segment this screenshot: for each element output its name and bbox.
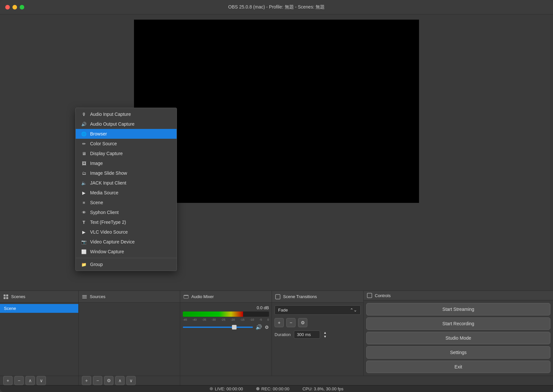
scene-transitions-panel: Scene Transitions Fade ⌃⌄ + − ⚙ Duration bbox=[272, 291, 364, 376]
remove-source-button[interactable]: − bbox=[93, 376, 102, 385]
audio-mixer-header: Audio Mixer bbox=[180, 291, 272, 303]
remove-transition-button[interactable]: − bbox=[286, 318, 296, 327]
audio-output-icon: 🔊 bbox=[81, 121, 87, 127]
menu-label-group: Group bbox=[90, 262, 103, 267]
move-source-up-button[interactable]: ∧ bbox=[115, 376, 124, 385]
scenes-panel-icon bbox=[3, 294, 9, 299]
menu-item-audio-output[interactable]: 🔊 Audio Output Capture bbox=[76, 119, 177, 129]
scenes-toolbar: + − ∧ ∨ bbox=[0, 376, 79, 385]
menu-label-display-capture: Display Capture bbox=[90, 151, 123, 156]
controls-buttons: Start Streaming Start Recording Studio M… bbox=[364, 300, 553, 376]
svg-rect-10 bbox=[367, 293, 372, 298]
menu-item-vlc-video[interactable]: ▶ VLC Video Source bbox=[76, 227, 177, 237]
scenes-title: Scenes bbox=[11, 294, 25, 299]
transitions-icon bbox=[275, 294, 280, 299]
fade-label: Fade bbox=[278, 308, 288, 312]
audio-controls-row: 🔊 ⚙ bbox=[183, 324, 269, 330]
menu-item-media-source[interactable]: ▶ Media Source bbox=[76, 188, 177, 198]
menu-label-image-slide-show: Image Slide Show bbox=[90, 170, 127, 176]
svg-rect-1 bbox=[6, 294, 8, 296]
move-scene-up-button[interactable]: ∧ bbox=[26, 376, 35, 385]
close-button[interactable] bbox=[5, 5, 10, 9]
chevron-up-down-icon: ⌃⌄ bbox=[350, 308, 357, 312]
menu-item-browser[interactable]: 🌐 Browser bbox=[76, 129, 177, 139]
svg-rect-3 bbox=[6, 297, 8, 299]
menu-item-display-capture[interactable]: 🖥 Display Capture bbox=[76, 149, 177, 158]
mute-icon[interactable]: 🔊 bbox=[256, 324, 262, 330]
maximize-button[interactable] bbox=[20, 5, 24, 9]
transitions-buttons: + − ⚙ bbox=[275, 318, 361, 327]
duration-up-icon[interactable]: ▲ bbox=[323, 331, 327, 334]
duration-label: Duration bbox=[275, 332, 291, 337]
media-source-icon: ▶ bbox=[81, 190, 87, 196]
menu-item-video-capture[interactable]: 📷 Video Capture Device bbox=[76, 237, 177, 247]
transitions-content: Fade ⌃⌄ + − ⚙ Duration 300 ms bbox=[272, 303, 363, 376]
display-capture-icon: 🖥 bbox=[81, 151, 87, 156]
transition-settings-button[interactable]: ⚙ bbox=[298, 318, 307, 327]
syphon-client-icon: 👁 bbox=[81, 209, 87, 215]
menu-item-scene[interactable]: ≡ Scene bbox=[76, 198, 177, 207]
move-source-down-button[interactable]: ∨ bbox=[126, 376, 136, 385]
duration-down-icon[interactable]: ▼ bbox=[323, 335, 327, 338]
menu-label-scene: Scene bbox=[90, 200, 103, 205]
remove-scene-button[interactable]: − bbox=[14, 376, 24, 385]
bottom-panels: Scenes Scene Sources bbox=[0, 291, 553, 392]
status-bar: LIVE: 00:00:00 REC: 00:00:00 CPU: 3.8%, … bbox=[0, 385, 553, 392]
menu-item-jack-input[interactable]: 🔈 JACK Input Client bbox=[76, 178, 177, 188]
sources-list bbox=[79, 303, 180, 376]
menu-separator bbox=[76, 258, 177, 258]
menu-item-image[interactable]: 🖼 Image bbox=[76, 158, 177, 168]
color-source-icon: ✏ bbox=[81, 141, 87, 147]
start-streaming-button[interactable]: Start Streaming bbox=[366, 303, 550, 315]
add-source-button[interactable]: + bbox=[82, 376, 91, 385]
start-recording-button[interactable]: Start Recording bbox=[366, 317, 550, 330]
source-settings-button[interactable]: ⚙ bbox=[104, 376, 113, 385]
svg-rect-5 bbox=[82, 296, 87, 297]
db-display: 0.0 dB bbox=[183, 305, 269, 310]
source-context-menu: 🎙 Audio Input Capture 🔊 Audio Output Cap… bbox=[75, 108, 177, 271]
menu-item-color-source[interactable]: ✏ Color Source bbox=[76, 139, 177, 149]
volume-thumb[interactable] bbox=[232, 325, 237, 330]
browser-icon: 🌐 bbox=[81, 131, 87, 137]
controls-icon bbox=[367, 293, 372, 298]
audio-mixer-title: Audio Mixer bbox=[191, 294, 214, 299]
audio-settings-icon[interactable]: ⚙ bbox=[265, 325, 269, 330]
empty-toolbar bbox=[180, 376, 553, 385]
preview-area: 🎙 Audio Input Capture 🔊 Audio Output Cap… bbox=[0, 14, 553, 291]
controls-header: Controls bbox=[364, 291, 553, 300]
exit-button[interactable]: Exit bbox=[366, 361, 550, 373]
sources-panel-header: Sources bbox=[79, 291, 180, 303]
add-transition-button[interactable]: + bbox=[275, 318, 284, 327]
menu-item-syphon-client[interactable]: 👁 Syphon Client bbox=[76, 207, 177, 217]
main-content: 🎙 Audio Input Capture 🔊 Audio Output Cap… bbox=[0, 14, 553, 392]
minimize-button[interactable] bbox=[12, 5, 17, 9]
cpu-label: CPU: 3.8%, 30.00 fps bbox=[302, 386, 343, 391]
add-scene-button[interactable]: + bbox=[3, 376, 12, 385]
duration-value: 300 ms bbox=[297, 332, 311, 337]
menu-label-media-source: Media Source bbox=[90, 190, 118, 195]
group-icon: 📁 bbox=[81, 261, 87, 267]
svg-rect-4 bbox=[82, 295, 87, 296]
menu-item-group[interactable]: 📁 Group bbox=[76, 259, 177, 269]
duration-input[interactable]: 300 ms bbox=[294, 330, 320, 339]
controls-title: Controls bbox=[375, 293, 391, 298]
menu-label-window-capture: Window Capture bbox=[90, 249, 124, 254]
menu-item-text-freetype[interactable]: T Text (FreeType 2) bbox=[76, 217, 177, 227]
svg-rect-9 bbox=[276, 294, 280, 299]
duration-row: Duration 300 ms ▲ ▼ bbox=[275, 330, 361, 339]
studio-mode-button[interactable]: Studio Mode bbox=[366, 332, 550, 344]
menu-item-window-capture[interactable]: ⬜ Window Capture bbox=[76, 247, 177, 257]
scene-item[interactable]: Scene bbox=[0, 304, 78, 313]
title-bar: OBS 25.0.8 (mac) - Profile: 無題 - Scenes:… bbox=[0, 0, 553, 14]
menu-item-audio-input[interactable]: 🎙 Audio Input Capture bbox=[76, 109, 177, 119]
fade-select[interactable]: Fade ⌃⌄ bbox=[275, 305, 361, 315]
sources-toolbar: + − ⚙ ∧ ∨ bbox=[79, 376, 180, 385]
settings-button[interactable]: Settings bbox=[366, 346, 550, 359]
move-scene-down-button[interactable]: ∨ bbox=[37, 376, 46, 385]
volume-slider[interactable] bbox=[183, 327, 253, 328]
menu-label-audio-output: Audio Output Capture bbox=[90, 121, 134, 127]
meter-bar bbox=[183, 312, 243, 317]
menu-item-image-slide-show[interactable]: 🗂 Image Slide Show bbox=[76, 168, 177, 178]
video-capture-icon: 📷 bbox=[81, 239, 87, 245]
live-status: LIVE: 00:00:00 bbox=[210, 386, 243, 391]
